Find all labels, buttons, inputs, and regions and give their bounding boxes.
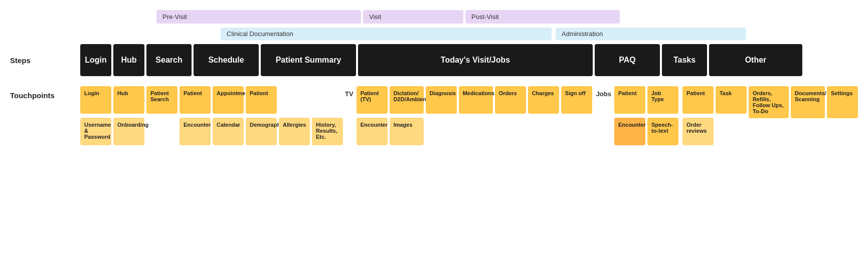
- section-clinical: Clinical Documentation: [221, 28, 552, 40]
- tp-history[interactable]: History, Results, Etc.: [312, 118, 343, 145]
- touchpoints-label: Touchpoints: [10, 86, 80, 100]
- tp-job-type[interactable]: Job Type: [647, 86, 678, 114]
- tp-patient-search[interactable]: Patient Search: [146, 86, 178, 114]
- step-tasks[interactable]: Tasks: [662, 44, 707, 76]
- tv-label: TV: [345, 86, 354, 98]
- sections-row: Clinical Documentation Administration: [90, 28, 858, 40]
- step-paq[interactable]: PAQ: [595, 44, 660, 76]
- tp-medications[interactable]: Medications: [459, 86, 493, 114]
- phase-visit: Visit: [363, 10, 463, 24]
- step-todays-visit[interactable]: Today's Visit/Jobs: [358, 44, 593, 76]
- tp-dictation[interactable]: Dictation/ D2D/Ambient: [390, 86, 424, 114]
- section-admin: Administration: [556, 28, 746, 40]
- tp-order-reviews[interactable]: Order reviews: [682, 118, 714, 145]
- touchpoints-section: Touchpoints Login Username & Password Hu…: [10, 86, 858, 145]
- step-patient-summary[interactable]: Patient Summary: [261, 44, 356, 76]
- step-other[interactable]: Other: [709, 44, 802, 76]
- phase-postvisit: Post-Visit: [465, 10, 620, 24]
- col-jobs: Patient Job Type Encounter Speech-to-tex…: [614, 86, 678, 145]
- steps-row: Steps Login Hub Search Schedule Patient …: [10, 44, 858, 76]
- tp-documents[interactable]: Documents/ Scanning: [791, 86, 825, 118]
- tp-patient-jobs[interactable]: Patient: [614, 86, 645, 114]
- tp-username[interactable]: Username & Password: [80, 118, 111, 145]
- col-hub: Hub Onboarding: [113, 86, 144, 145]
- tp-allergies[interactable]: Allergies: [279, 118, 310, 145]
- col-schedule: Patient Appointment Encounter Calendar: [180, 86, 244, 145]
- jobs-label: Jobs: [596, 86, 611, 98]
- step-schedule[interactable]: Schedule: [194, 44, 259, 76]
- page: Pre-Visit Visit Post-Visit Clinical Docu…: [0, 0, 868, 280]
- tp-task[interactable]: Task: [716, 86, 747, 114]
- steps-label: Steps: [10, 56, 80, 65]
- step-search[interactable]: Search: [146, 44, 192, 76]
- col-other: Orders, Refills, Follow Ups, To-Do Docum…: [749, 86, 858, 118]
- steps-items: Login Hub Search Schedule Patient Summar…: [80, 44, 802, 76]
- tp-orders-other[interactable]: Orders, Refills, Follow Ups, To-Do: [749, 86, 789, 118]
- tp-signoff[interactable]: Sign off: [561, 86, 592, 114]
- tp-patient-paq[interactable]: Patient: [682, 86, 714, 114]
- col-search: Patient Search: [146, 86, 178, 114]
- tp-images[interactable]: Images: [390, 118, 424, 145]
- col-patient-summary: Patient Demographics Allergies History, …: [246, 86, 343, 145]
- tp-demographics[interactable]: Demographics: [246, 118, 277, 145]
- tp-hub[interactable]: Hub: [113, 86, 144, 114]
- col-tasks: Task: [716, 86, 747, 114]
- tp-orders[interactable]: Orders: [495, 86, 526, 114]
- tp-diagnosis[interactable]: Diagnosis: [426, 86, 457, 114]
- tp-login[interactable]: Login: [80, 86, 111, 114]
- tp-patient-ps[interactable]: Patient: [246, 86, 277, 114]
- step-hub[interactable]: Hub: [113, 44, 144, 76]
- tp-encounter-sched[interactable]: Encounter: [180, 118, 211, 145]
- step-login[interactable]: Login: [80, 44, 111, 76]
- tp-encounter-tv[interactable]: Encounter: [357, 118, 388, 145]
- col-login: Login Username & Password: [80, 86, 111, 145]
- phase-previsit: Pre-Visit: [156, 10, 361, 24]
- col-tv: Patient (TV) Dictation/ D2D/Ambient Diag…: [357, 86, 592, 145]
- tp-encounter-jobs[interactable]: Encounter: [614, 118, 645, 145]
- tp-appointment[interactable]: Appointment: [213, 86, 244, 114]
- tp-settings[interactable]: Settings: [827, 86, 858, 118]
- tp-onboarding[interactable]: Onboarding: [113, 118, 144, 145]
- col-paq: Patient Order reviews: [682, 86, 714, 145]
- tp-speech-to-text[interactable]: Speech-to-text: [647, 118, 678, 145]
- tp-calendar[interactable]: Calendar: [213, 118, 244, 145]
- tp-patient-tv[interactable]: Patient (TV): [357, 86, 388, 114]
- phases-row: Pre-Visit Visit Post-Visit: [90, 10, 858, 24]
- tp-patient-sched[interactable]: Patient: [180, 86, 211, 114]
- tp-charges[interactable]: Charges: [528, 86, 559, 114]
- touchpoints-content: Login Username & Password Hub Onboarding…: [80, 86, 860, 145]
